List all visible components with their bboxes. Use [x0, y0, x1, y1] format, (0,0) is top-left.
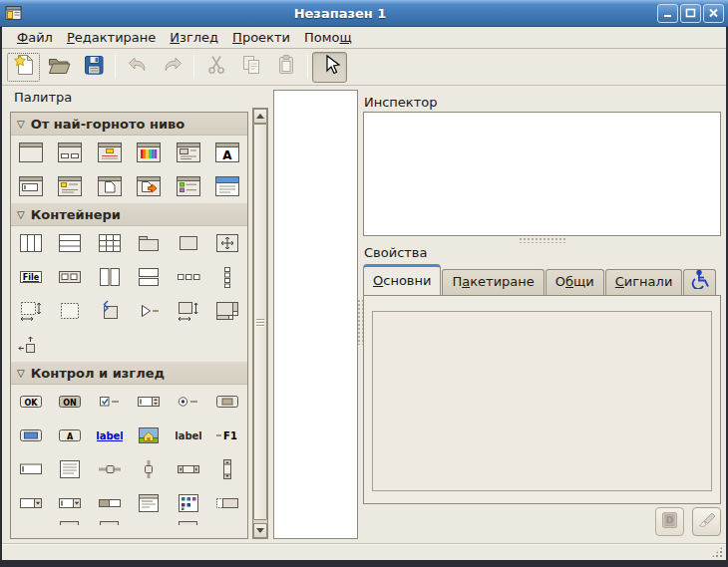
palette-item-window[interactable] — [11, 142, 51, 163]
palette-item-notebook[interactable] — [130, 232, 170, 254]
palette-item-button[interactable]: OK — [11, 391, 51, 413]
selector-button[interactable] — [312, 52, 347, 83]
palette-item-frame[interactable] — [169, 232, 208, 254]
palette-section-header[interactable]: ▽От най-горното ниво — [11, 113, 247, 136]
menu-2[interactable]: Изглед — [163, 28, 225, 47]
paintbrush-button[interactable] — [692, 507, 721, 536]
titlebar[interactable]: Незапазен 1 — [0, 0, 728, 27]
palette-row: File — [11, 260, 247, 294]
menu-4[interactable]: Помощ — [297, 28, 359, 47]
palette-item-font-selection-dialog[interactable]: A — [208, 142, 248, 163]
scrollbar-thumb[interactable] — [253, 124, 267, 520]
undo-button[interactable] — [120, 52, 155, 83]
palette-item-page-dialog[interactable] — [90, 175, 130, 197]
svg-text:OK: OK — [24, 399, 38, 408]
cut-button[interactable] — [198, 52, 233, 83]
scroll-down-button[interactable] — [253, 523, 267, 538]
close-button[interactable] — [703, 4, 724, 23]
save-button[interactable] — [76, 52, 111, 83]
palette-item-combo-box-entry[interactable] — [51, 492, 91, 514]
palette-item-tree-dialog[interactable] — [169, 175, 208, 197]
palette-section-title: От най-горното ниво — [31, 117, 185, 132]
palette-item-vbox[interactable] — [11, 232, 51, 254]
palette-item-vscrollbar[interactable] — [208, 458, 248, 480]
inspector-tree[interactable] — [363, 112, 721, 236]
palette-item-text-view[interactable] — [51, 458, 91, 480]
copy-button[interactable] — [233, 52, 268, 83]
palette-item-hbuttonbox[interactable] — [169, 266, 208, 288]
palette-item-layout[interactable] — [208, 300, 248, 322]
palette-item-spin-button[interactable] — [130, 391, 170, 413]
palette-item-alignment[interactable] — [11, 334, 51, 356]
palette-section-header[interactable]: ▽Контрол и изглед — [11, 362, 247, 385]
scroll-up-button[interactable] — [253, 109, 267, 124]
palette-item-expander[interactable] — [130, 300, 170, 322]
palette-item-file-chooser-dialog[interactable] — [169, 142, 208, 163]
palette-item-vpaned[interactable] — [130, 266, 170, 288]
palette-scrollbar[interactable] — [252, 108, 268, 539]
paned-handle-horizontal[interactable] — [519, 237, 566, 243]
palette-item-progress-bar[interactable] — [90, 492, 130, 514]
palette-item-table[interactable] — [90, 232, 130, 254]
palette-item-toolbar-widget[interactable] — [51, 266, 91, 288]
paste-button[interactable] — [268, 52, 303, 83]
palette-item-accel-label[interactable]: F1 — [208, 425, 248, 446]
palette-item-check-button[interactable] — [90, 391, 130, 413]
palette-item-menubar[interactable]: File — [11, 266, 51, 288]
palette-item-icon-view[interactable] — [169, 492, 208, 514]
tab-2[interactable]: Общи — [546, 269, 604, 295]
palette-item-clipped[interactable] — [90, 520, 130, 525]
new-button[interactable] — [6, 52, 41, 83]
palette-item-combo-box[interactable] — [11, 492, 51, 514]
palette-item-clipped[interactable] — [169, 520, 208, 525]
tab-3[interactable]: Сигнали — [605, 269, 683, 295]
maximize-button[interactable] — [680, 4, 701, 23]
palette-item-dialog[interactable] — [51, 142, 91, 163]
palette-item-cell-view[interactable] — [208, 492, 248, 514]
palette-item-entry-dialog[interactable] — [11, 175, 51, 197]
design-canvas[interactable] — [273, 90, 358, 539]
menu-1[interactable]: Редактиране — [60, 28, 163, 47]
minimize-button[interactable] — [657, 4, 678, 23]
palette-item-handle-box[interactable] — [90, 300, 130, 322]
palette-item-tree-view[interactable] — [130, 492, 170, 514]
palette-item-assistant[interactable] — [208, 175, 248, 197]
palette-item-clipped[interactable] — [51, 520, 91, 525]
palette-item-link-button[interactable]: label — [90, 425, 130, 446]
palette-section-header[interactable]: ▽Контейнери — [11, 203, 247, 226]
selector-icon — [318, 53, 342, 81]
palette-item-vscale[interactable] — [130, 458, 170, 480]
svg-text:label: label — [97, 430, 123, 441]
palette-item-scrolled-window[interactable] — [11, 300, 51, 322]
tab-1[interactable]: Пакетиране — [442, 269, 544, 295]
palette-item-color-selection-dialog[interactable] — [130, 142, 170, 163]
palette-item-hscrollbar[interactable] — [169, 458, 208, 480]
palette-item-radio-button[interactable] — [169, 391, 208, 413]
palette-item-font-button[interactable]: A — [51, 425, 91, 446]
palette-item-image[interactable] — [130, 425, 170, 446]
tab-0[interactable]: Основни — [363, 264, 441, 295]
menu-0[interactable]: Файл — [10, 28, 60, 47]
palette-item-message-dialog[interactable] — [90, 142, 130, 163]
palette-item-toggle-button[interactable]: ON — [51, 391, 91, 413]
palette-item-fixed[interactable] — [208, 232, 248, 254]
palette-item-recent-chooser-dialog[interactable] — [130, 175, 170, 197]
copy-icon — [239, 53, 263, 81]
palette-item-hpaned[interactable] — [90, 266, 130, 288]
palette-item-hscale[interactable] — [90, 458, 130, 480]
palette-item-aspect-frame[interactable] — [169, 300, 208, 322]
devhelp-book-button[interactable]: D — [655, 507, 684, 536]
palette-item-color-button[interactable] — [11, 425, 51, 446]
palette-item-label-widget[interactable]: label — [169, 425, 208, 446]
tab-accessibility[interactable] — [683, 269, 716, 295]
open-button[interactable] — [41, 52, 76, 83]
palette-item-vbuttonbox[interactable] — [208, 266, 248, 289]
palette-item-about-dialog[interactable] — [51, 175, 91, 197]
palette-item-hbox[interactable] — [51, 232, 91, 254]
palette-item-entry[interactable] — [11, 458, 51, 480]
menu-3[interactable]: Проекти — [225, 28, 297, 47]
palette-item-file-chooser-button[interactable] — [208, 391, 248, 413]
palette: ▽От най-горното нивоA▽КонтейнериFile▽Кон… — [10, 112, 248, 539]
redo-button[interactable] — [155, 52, 189, 83]
palette-item-viewport[interactable] — [51, 300, 91, 322]
